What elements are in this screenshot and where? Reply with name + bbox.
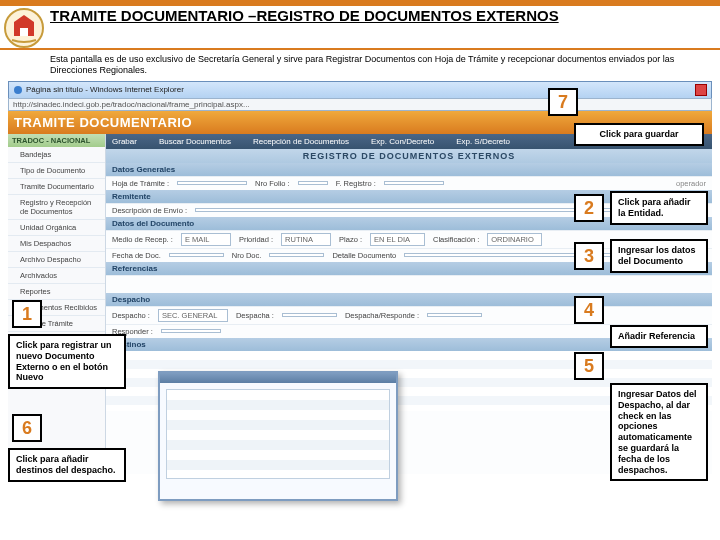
despacha-input[interactable] [282,313,337,317]
callout-7: 7 [548,88,578,116]
callout-3: 3 [574,242,604,270]
sidebar-item[interactable]: Reportes [8,284,105,300]
sidebar-item[interactable]: Registro y Recepción de Documentos [8,195,105,220]
responde-input[interactable] [427,313,482,317]
header: TRAMITE DOCUMENTARIO –REGISTRO DE DOCUME… [0,6,720,50]
clasif-select[interactable]: ORDINARIO [487,233,542,246]
fregistro-input[interactable] [384,181,444,185]
registry-title: REGISTRO DE DOCUMENTOS EXTERNOS [106,149,712,163]
medio-select[interactable]: E MAIL [181,233,231,246]
sidebar-header: TRADOC - NACIONAL [8,134,105,147]
sidebar-item[interactable]: Unidad Orgánica [8,220,105,236]
sidebar-item[interactable]: Mis Despachos [8,236,105,252]
popup-dialog[interactable] [158,371,398,501]
row-despacho: Despacho : SEC. GENERAL Despacha : Despa… [106,306,712,324]
callout-4-text: Añadir Referencia [610,325,708,348]
sidebar-item[interactable]: Archivo Despacho [8,252,105,268]
fdoc-input[interactable] [169,253,224,257]
callout-6-text: Click para añadir destinos del despacho. [8,448,126,482]
despacho-select[interactable]: SEC. GENERAL [158,309,228,322]
close-icon[interactable] [695,84,707,96]
callout-7-text: Click para guardar [574,123,704,146]
label-despacha: Despacha : [236,311,274,320]
logo [4,8,44,48]
toolbar-grabar[interactable]: Grabar [112,137,137,146]
user-label: operador [676,179,706,188]
label-despacho: Despacho : [112,311,150,320]
sidebar-item[interactable]: Tramite Documentario [8,179,105,195]
page-subtitle: Esta pantalla es de uso exclusivo de Sec… [0,50,720,81]
sidebar-item[interactable]: Bandejas [8,147,105,163]
title-block: TRAMITE DOCUMENTARIO –REGISTRO DE DOCUME… [44,8,712,25]
row-hoja-tramite: Hoja de Trámite : Nro Folio : F. Registr… [106,176,712,190]
callout-1-text: Click para registrar un nuevo Documento … [8,334,126,389]
ie-icon [13,85,23,95]
callout-6: 6 [12,414,42,442]
section-despacho: Despacho [106,293,712,306]
prioridad-select[interactable]: RUTINA [281,233,331,246]
dialog-titlebar [160,373,396,383]
label-plazo: Plazo : [339,235,362,244]
sidebar-item[interactable]: Tipo de Documento [8,163,105,179]
callout-1: 1 [12,300,42,328]
toolbar-recepcion[interactable]: Recepción de Documentos [253,137,349,146]
folio-input[interactable] [298,181,328,185]
row-referencias [106,275,712,293]
toolbar-exp-con[interactable]: Exp. Con/Decreto [371,137,434,146]
browser-titlebar: Página sin título - Windows Internet Exp… [9,82,711,98]
hoja-input[interactable] [177,181,247,185]
label-prioridad: Prioridad : [239,235,273,244]
callout-4: 4 [574,296,604,324]
address-bar[interactable]: http://sinadec.indeci.gob.pe/tradoc/naci… [8,98,712,111]
toolbar-buscar[interactable]: Buscar Documentos [159,137,231,146]
dialog-grid[interactable] [166,389,390,479]
toolbar-exp-sin[interactable]: Exp. S/Decreto [456,137,510,146]
callout-2: 2 [574,194,604,222]
label-medio: Medio de Recep. : [112,235,173,244]
label-fdoc: Fecha de Doc. [112,251,161,260]
label-nrodoc: Nro Doc. [232,251,262,260]
callout-3-text: Ingresar los datos del Documento [610,239,708,273]
callout-5-text: Ingresar Datos del Despacho, al dar chec… [610,383,708,481]
label-desc-envio: Descripción de Envío : [112,206,187,215]
label-fregistro: F. Registro : [336,179,376,188]
label-hoja: Hoja de Trámite : [112,179,169,188]
browser-title: Página sin título - Windows Internet Exp… [26,85,184,94]
label-folio: Nro Folio : [255,179,290,188]
nrodoc-input[interactable] [269,253,324,257]
page-title: TRAMITE DOCUMENTARIO –REGISTRO DE DOCUME… [50,8,712,25]
section-datos-generales: Datos Generales [106,163,712,176]
plazo-select[interactable]: EN EL DIA [370,233,425,246]
responder-input[interactable] [161,329,221,333]
callout-2-text: Click para añadir la Entidad. [610,191,708,225]
label-clasif: Clasificación : [433,235,479,244]
sidebar-item[interactable]: Archivados [8,268,105,284]
dialog-body [160,383,396,485]
svg-rect-1 [20,28,28,36]
label-responde: Despacha/Responde : [345,311,419,320]
label-detalle: Detalle Documento [332,251,396,260]
callout-5: 5 [574,352,604,380]
svg-point-2 [14,86,22,94]
